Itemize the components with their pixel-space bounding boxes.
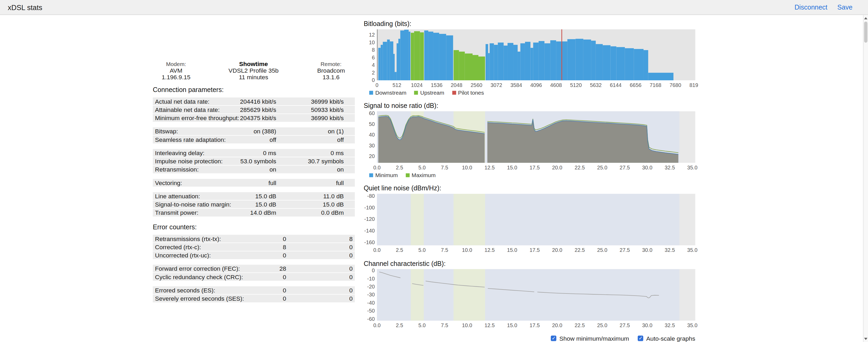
- y-tick-label: -80: [367, 193, 375, 199]
- x-tick-label: 27.5: [620, 322, 630, 328]
- save-button[interactable]: Save: [837, 3, 852, 11]
- downstream-value: 0 ms: [263, 149, 276, 157]
- snr-plot: 20304050600.02.55.07.510.012.515.017.520…: [364, 110, 698, 172]
- table-row: Line attenuation:15.0 dB11.0 dB: [153, 192, 354, 200]
- row-label: Cyclic redundancy check (CRC):: [153, 274, 243, 280]
- x-tick-label: 6656: [630, 82, 641, 88]
- x-tick-label: 3072: [491, 82, 502, 88]
- table-row: Signal-to-noise ratio margin:15.0 dB15.0…: [153, 200, 354, 208]
- table-row: Severely errored seconds (SES):00: [153, 294, 354, 302]
- table-row: Errored seconds (ES):00: [153, 286, 354, 294]
- y-tick-label: -50: [367, 308, 375, 314]
- y-tick-label: -10: [367, 276, 375, 282]
- x-tick-label: 0.0: [373, 322, 381, 328]
- xdsl-stats-page: xDSL stats Disconnect Save Modem: AVM 1.…: [0, 0, 868, 342]
- scrollbar-thumb[interactable]: [864, 22, 867, 42]
- scroll-up-arrow-icon[interactable]: [864, 15, 868, 21]
- row-label: Minimum error-free throughput:: [153, 115, 239, 121]
- upstream-value: off: [337, 136, 344, 144]
- upstream-value: on (1): [328, 127, 344, 135]
- upstream-value: 36999 kbit/s: [311, 98, 344, 105]
- legend-item: Minimum: [369, 172, 398, 179]
- x-tick-label: 25.0: [597, 247, 608, 253]
- disconnect-button[interactable]: Disconnect: [795, 3, 828, 11]
- row-label: Severely errored seconds (SES):: [153, 295, 244, 302]
- table-row: Seamless rate adaptation:offoff: [153, 136, 354, 144]
- table-row: Impulse noise protection:53.0 symbols30.…: [153, 157, 354, 165]
- legend-item: Upstream: [414, 89, 444, 96]
- checkbox-icon[interactable]: ✓: [638, 336, 644, 341]
- link-state: Showtime: [215, 61, 292, 67]
- downstream-value: 285629 kbit/s: [240, 106, 276, 114]
- table-row: Cyclic redundancy check (CRC):00: [153, 273, 354, 281]
- x-tick-label: 3584: [510, 82, 522, 88]
- x-tick-label: 512: [393, 82, 401, 88]
- row-label: Signal-to-noise ratio margin:: [153, 201, 231, 208]
- x-tick-label: 7680: [670, 82, 681, 88]
- qln-plot: -80-100-120-140-1600.02.55.07.510.012.51…: [364, 193, 698, 254]
- x-tick-label: 32.5: [665, 165, 675, 170]
- row-label: Seamless rate adaptation:: [153, 136, 225, 143]
- x-tick-label: 7.5: [441, 322, 448, 328]
- modem-remote-column: Remote: Broadcom 13.1.6: [292, 61, 370, 80]
- hlog-plot: 0-10-20-30-40-50-600.02.55.07.510.012.51…: [364, 268, 698, 330]
- table-row: Minimum error-free throughput:204375 kbi…: [153, 114, 354, 122]
- x-tick-label: 2048: [451, 82, 463, 88]
- row-label: Vectoring:: [153, 180, 182, 186]
- legend-label: Maximum: [412, 172, 436, 179]
- upstream-value: 15.0 dB: [323, 200, 344, 208]
- x-tick-label: 22.5: [575, 322, 585, 328]
- scroll-down-arrow-icon[interactable]: [864, 336, 868, 342]
- auto-scale-graphs-checkbox[interactable]: ✓Auto-scale graphs: [638, 335, 695, 342]
- table-row: Forward error correction (FEC):280: [153, 265, 354, 272]
- x-tick-label: 32.5: [665, 322, 675, 328]
- downstream-value: 0: [283, 235, 286, 243]
- legend-item: Maximum: [405, 172, 436, 179]
- y-tick-label: 2: [372, 70, 375, 75]
- table-row: Retransmissions (rtx-tx):08: [153, 235, 354, 243]
- chart-title: Bitloading (bits):: [364, 20, 700, 28]
- legend-item: Downstream: [369, 89, 406, 96]
- x-tick-label: 20.0: [552, 247, 562, 253]
- checkbox-label: Auto-scale graphs: [646, 335, 695, 342]
- row-label: Retransmission:: [153, 166, 198, 173]
- y-tick-label: 50: [369, 121, 375, 127]
- graph-options: ✓Show minimum/maximum✓Auto-scale graphs: [364, 335, 695, 342]
- x-tick-label: 20.0: [552, 165, 562, 170]
- x-tick-label: 15.0: [507, 322, 517, 328]
- upstream-value: 30.7 symbols: [308, 157, 344, 165]
- x-tick-label: 30.0: [642, 247, 653, 253]
- chart-title: Channel characteristic (dB):: [364, 260, 700, 268]
- x-tick-label: 30.0: [642, 165, 653, 170]
- y-tick-label: 60: [369, 110, 375, 116]
- legend-label: Downstream: [375, 90, 406, 96]
- show-minimum-maximum-checkbox[interactable]: ✓Show minimum/maximum: [551, 335, 629, 342]
- table-row: Attainable net data rate:285629 kbit/s50…: [153, 106, 354, 114]
- table-row: Vectoring:fullfull: [153, 179, 354, 187]
- row-label: Transmit power:: [153, 210, 198, 216]
- downstream-value: 0: [283, 273, 286, 281]
- row-label: Forward error correction (FEC):: [153, 265, 240, 272]
- checkbox-icon[interactable]: ✓: [551, 336, 557, 341]
- table-row: Corrected (rtx-c):80: [153, 243, 354, 251]
- chart-plot-area: 0246810120512102415362048256030723584409…: [364, 28, 700, 89]
- upstream-value: 0.0 dBm: [321, 209, 344, 216]
- group-gap: [153, 144, 354, 149]
- link-state-column: Showtime VDSL2 Profile 35b 11 minutes: [215, 61, 292, 80]
- x-tick-label: 17.5: [530, 165, 540, 170]
- legend-swatch-icon: [369, 91, 373, 95]
- y-tick-label: -140: [364, 228, 375, 234]
- upstream-value: 0 ms: [331, 149, 344, 157]
- upstream-value: 0: [349, 294, 353, 302]
- x-tick-label: 1024: [411, 82, 423, 88]
- downstream-value: 8: [283, 243, 286, 251]
- remote-vendor: Broadcom: [292, 68, 370, 74]
- modem-vendor: AVM: [137, 68, 215, 74]
- upstream-value: 0: [349, 286, 353, 294]
- x-tick-label: 0: [376, 82, 378, 88]
- downstream-value: on: [270, 166, 276, 174]
- scrollbar[interactable]: [863, 15, 868, 342]
- upstream-value: 0: [349, 273, 353, 281]
- x-tick-label: 5.0: [418, 247, 426, 253]
- x-tick-label: 27.5: [620, 247, 630, 253]
